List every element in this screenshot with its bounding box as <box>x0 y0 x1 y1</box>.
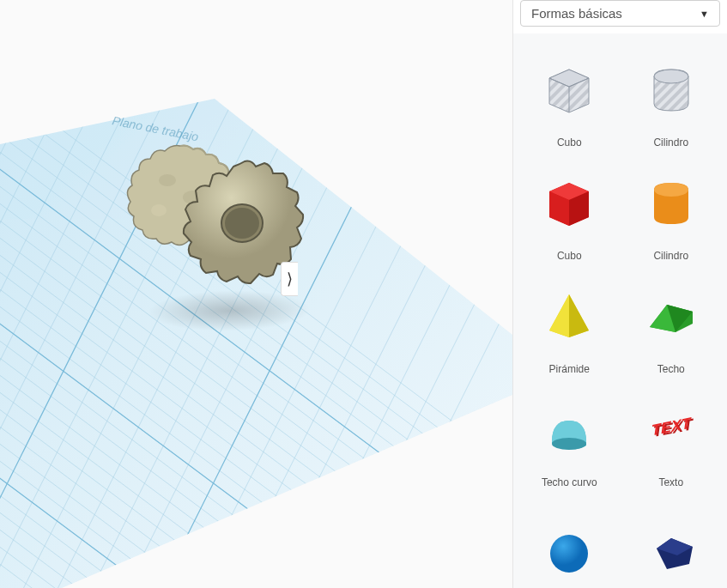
shape-category-dropdown[interactable]: Formas básicas ▼ <box>520 0 720 27</box>
shape-polygon[interactable] <box>624 504 719 588</box>
pyramid-yellow-icon <box>539 286 599 346</box>
shape-cylinder-solid[interactable]: Cilindro <box>624 164 719 262</box>
shape-roof-curved[interactable]: Techo curvo <box>522 391 617 488</box>
shapes-list: Cubo <box>513 33 727 588</box>
shape-cylinder-hole[interactable]: Cilindro <box>624 51 719 149</box>
svg-marker-79 <box>549 294 569 337</box>
dropdown-label: Formas básicas <box>531 6 622 21</box>
roof-green-icon <box>641 286 701 346</box>
shape-label: Techo curvo <box>542 476 597 488</box>
shape-cube-hole[interactable]: Cubo <box>522 51 617 149</box>
chevron-right-icon: ⟩ <box>287 270 293 288</box>
collapse-panel-button[interactable]: ⟩ <box>281 262 298 296</box>
cylinder-orange-icon <box>641 173 701 233</box>
shape-roof[interactable]: Techo <box>624 277 719 375</box>
svg-point-86 <box>550 535 588 573</box>
model-object[interactable] <box>120 129 318 326</box>
caret-down-icon: ▼ <box>700 9 709 19</box>
cube-striped-icon <box>539 59 599 119</box>
svg-point-83 <box>552 438 586 450</box>
half-cylinder-teal-icon <box>539 399 599 459</box>
svg-point-59 <box>151 204 167 216</box>
shape-label: Techo <box>657 363 685 375</box>
sphere-blue-icon <box>539 512 599 573</box>
svg-point-61 <box>225 208 259 239</box>
polygon-navy-icon <box>641 512 701 573</box>
cylinder-striped-icon <box>641 59 701 119</box>
canvas-workplane[interactable]: Plano de trabajo <box>0 0 512 588</box>
shape-pyramid[interactable]: Pirámide <box>522 277 617 375</box>
shape-label: Texto <box>658 476 683 488</box>
shapes-panel: Formas básicas ▼ <box>512 0 727 588</box>
shape-label: Cilindro <box>653 250 688 262</box>
shape-label: Cilindro <box>653 136 688 149</box>
svg-point-76 <box>654 183 688 197</box>
shape-label: Pirámide <box>549 363 590 375</box>
text-3d-icon: TEXT TEXT <box>641 399 701 459</box>
cube-red-icon <box>539 173 599 233</box>
shape-cube-solid[interactable]: Cubo <box>522 164 617 262</box>
shape-sphere[interactable] <box>522 504 617 588</box>
shape-label: Cubo <box>557 136 582 149</box>
svg-point-71 <box>654 70 688 83</box>
shape-text[interactable]: TEXT TEXT Texto <box>624 391 719 488</box>
shape-label: Cubo <box>557 250 582 262</box>
svg-marker-78 <box>569 294 589 337</box>
